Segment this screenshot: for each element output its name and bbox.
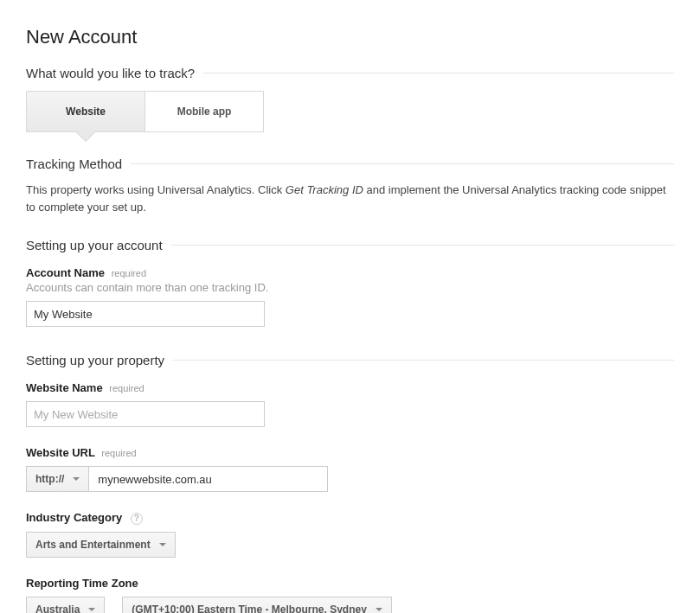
section-track-label: What would you like to track? bbox=[26, 66, 195, 80]
divider bbox=[131, 163, 674, 164]
get-tracking-id-link[interactable]: Get Tracking ID bbox=[286, 183, 363, 196]
section-method-label: Tracking Method bbox=[26, 156, 122, 171]
industry-category-dropdown[interactable]: Arts and Entertainment bbox=[26, 532, 176, 558]
account-name-hint: Accounts can contain more than one track… bbox=[26, 281, 674, 294]
tz-value: (GMT+10:00) Eastern Time - Melbourne, Sy… bbox=[132, 603, 367, 613]
website-url-label: Website URL required bbox=[26, 446, 674, 459]
divider bbox=[171, 245, 674, 246]
website-name-input[interactable] bbox=[26, 401, 265, 427]
section-account-label: Setting up your account bbox=[26, 238, 163, 252]
tab-website[interactable]: Website bbox=[27, 92, 144, 131]
page-title: New Account bbox=[26, 26, 674, 48]
section-property-label: Setting up your property bbox=[26, 353, 164, 367]
website-url-input[interactable] bbox=[89, 466, 328, 492]
timezone-dropdown[interactable]: (GMT+10:00) Eastern Time - Melbourne, Sy… bbox=[122, 597, 392, 613]
label-text: Website Name bbox=[26, 381, 103, 394]
text: This property works using Universal Anal… bbox=[26, 183, 286, 196]
industry-category-label: Industry Category ? bbox=[26, 511, 674, 525]
protocol-dropdown[interactable]: http:// bbox=[26, 466, 89, 492]
chevron-down-icon bbox=[88, 608, 95, 611]
website-name-label: Website Name required bbox=[26, 381, 674, 394]
section-method: Tracking Method bbox=[26, 156, 674, 171]
required-tag: required bbox=[109, 383, 144, 393]
section-property: Setting up your property bbox=[26, 353, 674, 367]
chevron-down-icon bbox=[159, 543, 166, 546]
timezone-country-dropdown[interactable]: Australia bbox=[26, 597, 105, 613]
track-tabs: Website Mobile app bbox=[26, 91, 264, 132]
help-icon[interactable]: ? bbox=[131, 513, 143, 525]
timezone-label: Reporting Time Zone bbox=[26, 577, 674, 590]
account-name-input[interactable] bbox=[26, 301, 265, 327]
industry-value: Arts and Entertainment bbox=[35, 539, 151, 551]
label-text: Reporting Time Zone bbox=[26, 577, 138, 590]
tz-country-value: Australia bbox=[35, 603, 80, 613]
section-account: Setting up your account bbox=[26, 238, 674, 252]
required-tag: required bbox=[101, 448, 136, 458]
tab-mobile-app[interactable]: Mobile app bbox=[144, 92, 263, 131]
divider bbox=[173, 360, 674, 361]
label-text: Website URL bbox=[26, 446, 95, 459]
chevron-down-icon bbox=[376, 608, 382, 611]
label-text: Account Name bbox=[26, 266, 105, 279]
required-tag: required bbox=[112, 268, 146, 278]
account-name-label: Account Name required bbox=[26, 266, 674, 279]
section-track: What would you like to track? bbox=[26, 66, 674, 80]
tracking-method-text: This property works using Universal Anal… bbox=[26, 182, 674, 215]
divider bbox=[203, 73, 674, 73]
label-text: Industry Category bbox=[26, 511, 122, 524]
chevron-down-icon bbox=[73, 477, 80, 481]
protocol-value: http:// bbox=[35, 473, 64, 485]
